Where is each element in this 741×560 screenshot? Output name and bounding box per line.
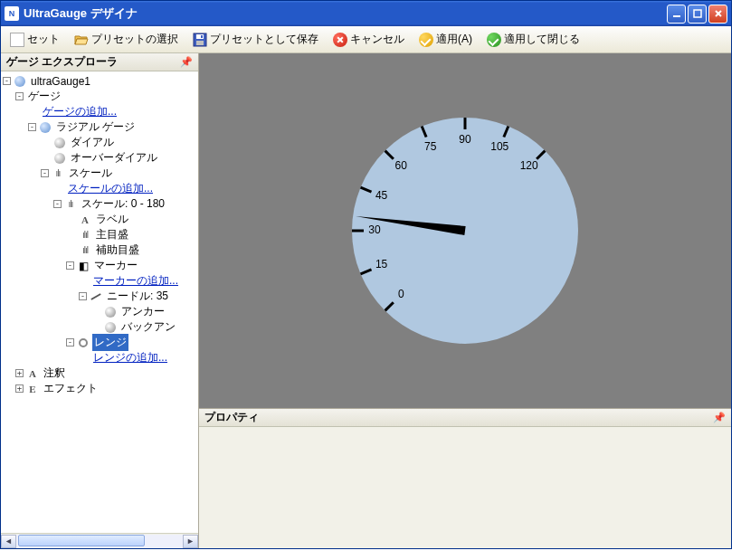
tree-gauges[interactable]: -ゲージ: [1, 89, 198, 104]
scroll-track[interactable]: [16, 535, 183, 548]
ticks-icon: ılı: [64, 198, 77, 211]
save-icon: [193, 33, 207, 47]
apply-button[interactable]: 適用(A): [413, 30, 478, 49]
svg-rect-5: [201, 35, 203, 38]
tree-back-anchor[interactable]: バックアン: [1, 319, 198, 335]
tree-anchor[interactable]: アンカー: [1, 304, 198, 319]
toolbar: セット プリセットの選択 プリセットとして保存 キャンセル 適用(A) 適用して…: [1, 26, 731, 53]
tree-minor-ticks[interactable]: ılıl補助目盛: [1, 242, 198, 258]
new-icon: [10, 33, 24, 47]
apply-close-button[interactable]: 適用して閉じる: [481, 30, 585, 49]
explorer-header: ゲージ エクスプローラ 📌: [1, 53, 198, 71]
tree-add-scale[interactable]: スケールの追加...: [1, 181, 198, 196]
collapse-icon[interactable]: -: [41, 169, 49, 177]
preset-select-button[interactable]: プリセットの選択: [69, 30, 184, 49]
maximize-button[interactable]: [688, 5, 707, 24]
tree-labels[interactable]: Aラベル: [1, 212, 198, 227]
tree-root[interactable]: -ultraGauge1: [1, 73, 198, 89]
window-title: UltraGauge デザイナ: [24, 5, 667, 22]
tree-scale-0-180[interactable]: -ılıスケール: 0 - 180: [1, 196, 198, 212]
svg-text:15: 15: [375, 258, 388, 271]
tree-overdial[interactable]: オーバーダイアル: [1, 150, 198, 166]
cancel-icon: [333, 33, 347, 47]
set-button[interactable]: セット: [5, 30, 65, 49]
svg-text:90: 90: [459, 133, 471, 146]
close-button[interactable]: [708, 5, 727, 24]
ticks-icon: ılı: [52, 167, 64, 180]
cancel-button[interactable]: キャンセル: [328, 30, 410, 49]
pin-icon[interactable]: 📌: [180, 56, 193, 68]
tree-markers[interactable]: -◧マーカー: [1, 258, 198, 273]
svg-text:30: 30: [368, 223, 381, 236]
ticks-icon: ılıl: [79, 244, 91, 257]
tree-ranges[interactable]: -レンジ: [1, 335, 198, 350]
collapse-icon[interactable]: -: [66, 338, 74, 346]
properties-body[interactable]: [199, 427, 731, 548]
tree-needle[interactable]: -ニードル: 35: [1, 289, 198, 304]
gauge-preview[interactable]: 0153045607590105120: [199, 53, 731, 408]
ticks-icon: ılıl: [79, 229, 91, 242]
ring-icon: [77, 337, 90, 349]
collapse-icon[interactable]: -: [53, 200, 62, 208]
letter-a-icon: A: [79, 214, 91, 226]
expand-icon[interactable]: +: [15, 384, 24, 393]
tree-scales[interactable]: -ılıスケール: [1, 166, 198, 181]
sphere-icon: [105, 307, 116, 318]
collapse-icon[interactable]: -: [15, 92, 24, 100]
collapse-icon[interactable]: -: [79, 292, 87, 300]
sphere-icon: [54, 153, 65, 164]
apply-icon: [419, 33, 433, 47]
svg-text:75: 75: [424, 140, 437, 153]
preset-save-button[interactable]: プリセットとして保存: [187, 30, 324, 49]
sphere-icon: [54, 138, 65, 148]
tree-view[interactable]: -ultraGauge1 -ゲージ ゲージの追加... -ラジアル ゲージ ダイ…: [1, 71, 198, 533]
scroll-right-button[interactable]: ►: [183, 535, 198, 548]
properties-title: プロパティ: [204, 410, 259, 425]
horizontal-scrollbar[interactable]: ◄ ►: [1, 533, 198, 548]
pin-icon[interactable]: 📌: [713, 412, 726, 423]
marker-icon: ◧: [77, 260, 90, 272]
svg-text:60: 60: [395, 159, 408, 172]
gauge-icon: [14, 76, 25, 87]
explorer-title: ゲージ エクスプローラ: [6, 54, 118, 70]
tree-effects[interactable]: +Eエフェクト: [1, 381, 198, 396]
properties-header: プロパティ 📌: [199, 409, 731, 427]
collapse-icon[interactable]: -: [66, 261, 74, 270]
needle-icon: [90, 290, 102, 303]
svg-rect-1: [694, 10, 701, 17]
designer-window: N UltraGauge デザイナ セット プリセットの選択 プリセットとして保…: [0, 0, 732, 549]
letter-a-icon: A: [26, 367, 39, 380]
svg-text:45: 45: [375, 189, 388, 202]
tree-radial-gauge[interactable]: -ラジアル ゲージ: [1, 119, 198, 135]
scroll-left-button[interactable]: ◄: [1, 535, 16, 548]
tree-major-ticks[interactable]: ılıl主目盛: [1, 227, 198, 242]
svg-text:120: 120: [520, 159, 538, 172]
gauge-icon: [40, 122, 51, 133]
sphere-icon: [105, 322, 116, 333]
design-surface-panel: 0153045607590105120 プロパティ 📌: [199, 53, 731, 548]
properties-panel: プロパティ 📌: [199, 408, 731, 548]
tree-dial[interactable]: ダイアル: [1, 135, 198, 150]
collapse-icon[interactable]: -: [3, 77, 11, 85]
svg-rect-0: [673, 15, 680, 17]
svg-text:105: 105: [490, 140, 508, 153]
apply-close-icon: [487, 33, 501, 47]
letter-e-icon: E: [26, 383, 39, 395]
app-icon: N: [5, 6, 19, 21]
tree-add-range[interactable]: レンジの追加...: [1, 350, 198, 365]
scroll-thumb[interactable]: [18, 535, 145, 546]
svg-text:0: 0: [398, 288, 404, 300]
svg-rect-4: [196, 41, 204, 45]
collapse-icon[interactable]: -: [28, 123, 36, 131]
tree-annotations[interactable]: +A注釈: [1, 365, 198, 381]
folder-open-icon: [74, 33, 89, 47]
radial-gauge: 0153045607590105120: [338, 104, 592, 357]
tree-add-gauge[interactable]: ゲージの追加...: [1, 104, 198, 119]
gauge-explorer-panel: ゲージ エクスプローラ 📌 -ultraGauge1 -ゲージ ゲージの追加..…: [1, 53, 199, 548]
minimize-button[interactable]: [667, 5, 686, 24]
tree-add-marker[interactable]: マーカーの追加...: [1, 273, 198, 289]
title-bar[interactable]: N UltraGauge デザイナ: [1, 1, 731, 26]
expand-icon[interactable]: +: [15, 369, 24, 377]
